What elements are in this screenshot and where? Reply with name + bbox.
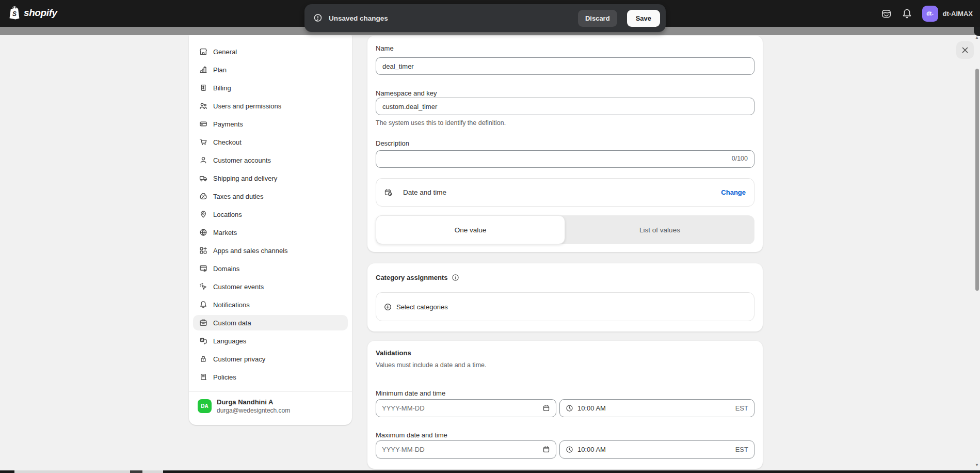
sidekick-assistant-icon[interactable] (881, 8, 892, 19)
vertical-scrollbar-thumb[interactable] (975, 69, 979, 291)
minimum-timezone: EST (735, 404, 748, 412)
sidebar-item-payments[interactable]: Payments (193, 116, 348, 132)
list-of-values-tab[interactable]: List of values (565, 215, 754, 244)
shopify-logo[interactable]: S shopify (8, 6, 57, 20)
user-avatar: DA (198, 399, 212, 413)
info-icon[interactable] (452, 274, 459, 281)
custom-data-icon (199, 319, 207, 327)
domains-icon (199, 264, 207, 273)
sidebar-item-markets[interactable]: Markets (193, 225, 348, 240)
customer-accounts-icon (199, 156, 207, 164)
sidebar-item-plan[interactable]: Plan (193, 62, 348, 77)
change-type-link[interactable]: Change (721, 188, 746, 196)
sidebar-item-locations[interactable]: Locations (193, 207, 348, 222)
alert-icon (313, 13, 323, 23)
scrollbar-up-arrow[interactable]: ▲ (975, 35, 979, 40)
shopify-wordmark: shopify (24, 7, 57, 19)
user-block[interactable]: DA Durga Nandhini A durga@wedesigntech.c… (198, 398, 290, 415)
minimum-date-placeholder: YYYY-MM-DD (382, 404, 425, 412)
apps-grid-icon (199, 246, 207, 255)
shopify-bag-icon: S (8, 6, 21, 20)
cardinality-segmented-control: One value List of values (376, 215, 754, 244)
sidebar-item-notifications[interactable]: Notifications (193, 297, 348, 312)
locations-pin-icon (199, 210, 207, 218)
validations-title: Validations (376, 349, 411, 357)
user-name: Durga Nandhini A (217, 398, 290, 406)
sidebar-item-policies[interactable]: Policies (193, 369, 348, 385)
clock-icon (566, 446, 573, 453)
billing-icon (199, 84, 207, 92)
sidebar-item-checkout[interactable]: Checkout (193, 134, 348, 150)
store-name: dt-AIMAX (943, 10, 973, 18)
close-icon (961, 46, 969, 54)
store-menu[interactable]: dt- dt-AIMAX (922, 6, 973, 22)
scrollbar-down-arrow[interactable]: ▼ (975, 463, 979, 467)
maximum-timezone: EST (735, 446, 748, 453)
sidebar-item-apps[interactable]: Apps and sales channels (193, 243, 348, 258)
one-value-tab[interactable]: One value (376, 215, 565, 244)
save-button[interactable]: Save (627, 10, 660, 27)
sidebar-item-taxes[interactable]: Taxes and duties (193, 188, 348, 204)
topbar: S shopify Unsaved changes Discard Save (0, 0, 980, 27)
lock-icon (199, 355, 207, 363)
customer-events-cursor-icon (199, 282, 207, 291)
maximum-label: Maximum date and time (376, 431, 447, 439)
unsaved-changes-bar: Unsaved changes Discard Save (304, 4, 666, 32)
sidebar-item-general[interactable]: General (193, 44, 348, 59)
clock-icon (566, 404, 573, 412)
maximum-date-placeholder: YYYY-MM-DD (382, 446, 425, 453)
maximum-time-value: 10:00 AM (577, 446, 606, 453)
minimum-time-input[interactable]: 10:00 AM EST (559, 399, 754, 417)
sidebar-item-custom-data[interactable]: Custom data (193, 315, 348, 330)
svg-text:S: S (12, 10, 17, 18)
category-title: Category assignments (376, 274, 447, 281)
definition-card: Name Namespace and key The system uses t… (367, 36, 763, 252)
notifications-bell-icon[interactable] (902, 8, 912, 19)
sidebar-item-customer-events[interactable]: Customer events (193, 279, 348, 294)
date-time-icon (384, 188, 392, 196)
store-icon (199, 48, 207, 56)
taxes-icon (199, 192, 207, 200)
unsaved-changes-message: Unsaved changes (329, 14, 572, 22)
user-email: durga@wedesigntech.com (217, 406, 290, 415)
plus-circle-icon (384, 303, 392, 311)
settings-sidebar: General Plan Billing Users and permissio… (189, 35, 352, 425)
sidebar-item-customer-privacy[interactable]: Customer privacy (193, 351, 348, 367)
notifications-bell-icon (199, 301, 207, 309)
sidebar-item-customer-accounts[interactable]: Customer accounts (193, 152, 348, 168)
category-title-row: Category assignments (376, 274, 459, 281)
policies-document-icon (199, 373, 207, 381)
content-type-box: Date and time Change (376, 178, 754, 207)
horizontal-scrollbar-thumb[interactable] (130, 470, 142, 473)
store-avatar: dt- (922, 6, 938, 22)
maximum-time-input[interactable]: 10:00 AM EST (559, 440, 754, 459)
sidebar-item-billing[interactable]: Billing (193, 80, 348, 96)
sidebar-item-languages[interactable]: Languages (193, 333, 348, 349)
discard-button[interactable]: Discard (578, 10, 617, 27)
namespace-label: Namespace and key (376, 89, 437, 97)
payments-icon (199, 120, 207, 128)
validations-card: Validations Values must include a date a… (367, 341, 763, 469)
shipping-truck-icon (199, 174, 207, 182)
plan-icon (199, 66, 207, 74)
sidebar-item-domains[interactable]: Domains (193, 261, 348, 276)
sidebar-item-users[interactable]: Users and permissions (193, 98, 348, 114)
name-label: Name (376, 44, 394, 52)
name-input[interactable] (376, 57, 754, 75)
select-categories-label: Select categories (396, 303, 448, 311)
validations-subtitle: Values must include a date and a time. (376, 361, 486, 369)
calendar-icon (542, 404, 550, 412)
namespace-help: The system uses this to identify the def… (376, 119, 506, 127)
namespace-input[interactable] (376, 98, 754, 115)
description-input[interactable] (376, 150, 754, 168)
calendar-icon (542, 446, 550, 453)
sidebar-divider (189, 391, 352, 392)
minimum-time-value: 10:00 AM (577, 404, 606, 412)
close-button[interactable] (956, 41, 974, 59)
select-categories-button[interactable]: Select categories (376, 292, 754, 321)
minimum-date-input[interactable]: YYYY-MM-DD (376, 399, 556, 417)
category-assignments-card: Category assignments Select categories (367, 263, 763, 332)
checkout-cart-icon (199, 138, 207, 146)
sidebar-item-shipping[interactable]: Shipping and delivery (193, 170, 348, 186)
maximum-date-input[interactable]: YYYY-MM-DD (376, 440, 556, 459)
